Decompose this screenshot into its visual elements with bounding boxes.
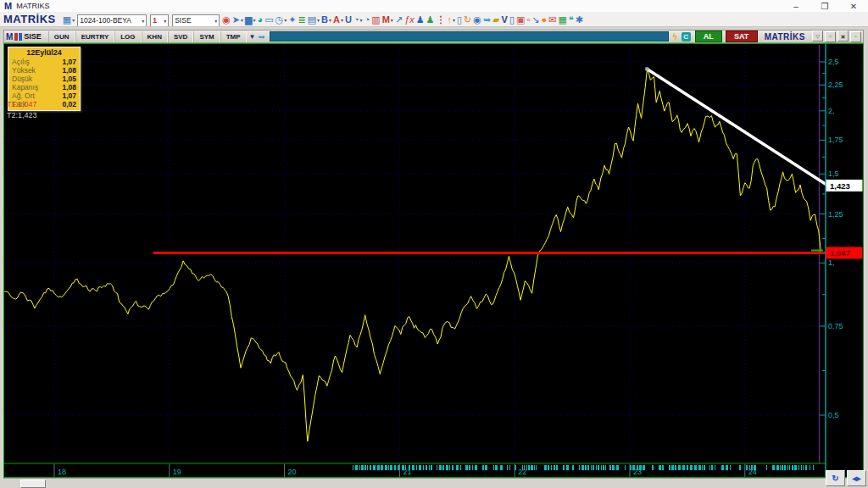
titlebar-drag-area[interactable] bbox=[270, 31, 669, 42]
symbol-select[interactable]: SISE▾ bbox=[172, 14, 220, 27]
u-menu-icon[interactable]: U bbox=[345, 15, 352, 25]
last-price-tick bbox=[811, 250, 823, 252]
chart-mini-button-2[interactable]: ▣ bbox=[837, 30, 849, 42]
matriks-wordmark: MATRİKS bbox=[3, 13, 56, 25]
info-row-aort: Ağ. Ort1,07 bbox=[8, 92, 80, 100]
scroll-arrows-button[interactable]: ◂▸ bbox=[847, 470, 866, 486]
chart-area: 2,52,252,1,751,51,251,0,750,518192021222… bbox=[3, 43, 864, 478]
draw-icon[interactable]: ↘ bbox=[531, 15, 539, 25]
traffic-light-icon[interactable]: ⋮ bbox=[436, 15, 445, 25]
folder-icon[interactable]: ▰ bbox=[492, 15, 499, 25]
chart-mini-button-0[interactable]: ▽ bbox=[812, 30, 823, 42]
chart-mini-button-1[interactable]: ○ bbox=[825, 31, 836, 42]
workspace-select[interactable]: 1024-100-BEYA▾ bbox=[77, 14, 147, 27]
chevron-down-icon[interactable]: ▼ bbox=[249, 33, 256, 41]
sell-button[interactable]: SAT bbox=[726, 30, 758, 42]
twitter-icon[interactable]: ➥ bbox=[483, 15, 491, 25]
trade-tick bbox=[364, 465, 366, 470]
users-icon[interactable]: ♟ bbox=[426, 15, 435, 25]
market-depth-icon[interactable]: ≣ bbox=[298, 15, 305, 25]
zoom-icon[interactable]: ◉ bbox=[222, 15, 231, 25]
book-icon[interactable]: ▤▾ bbox=[308, 15, 320, 25]
a-menu-icon[interactable]: A▾ bbox=[333, 15, 343, 25]
lightning-icon[interactable]: ϟ bbox=[672, 32, 676, 42]
settings-icon[interactable]: ✱ bbox=[576, 15, 583, 25]
trendline-t1-label: T1:1,047 bbox=[7, 100, 37, 108]
trade-tick bbox=[534, 465, 535, 470]
trade-tick bbox=[798, 465, 799, 470]
user-icon[interactable]: ♟ bbox=[416, 15, 425, 25]
mail-icon[interactable]: ✉ bbox=[548, 15, 556, 25]
trade-tick bbox=[367, 465, 368, 470]
buy-button[interactable]: AL bbox=[695, 30, 722, 42]
cursor-icon[interactable]: ➤▾ bbox=[232, 15, 243, 25]
chart-button-tmp[interactable]: TMP bbox=[220, 31, 247, 42]
pie-chart-icon[interactable]: ◕ bbox=[258, 15, 264, 25]
trade-tick bbox=[746, 465, 748, 470]
trend-line-t2[interactable] bbox=[647, 69, 827, 186]
chart-button-gun[interactable]: GUN bbox=[48, 31, 75, 42]
bar-chart-icon[interactable]: ▆▾ bbox=[245, 15, 255, 25]
maximize-button[interactable]: ❐ bbox=[810, 2, 839, 11]
info-row-dk: Düşük1,05 bbox=[8, 75, 80, 83]
trade-tick bbox=[412, 465, 415, 470]
chart-window-controls: ▽○▣▫ bbox=[812, 30, 863, 42]
monitor-icon[interactable]: ▭ bbox=[264, 15, 273, 25]
trendline-handle[interactable] bbox=[645, 67, 648, 70]
horizontal-scrollbar[interactable] bbox=[3, 478, 864, 488]
trade-tick bbox=[721, 465, 724, 470]
clock-icon[interactable]: ◷▾ bbox=[275, 15, 287, 25]
trade-tick bbox=[469, 465, 470, 470]
y-tick-label: 1, bbox=[828, 258, 835, 267]
corner-buttons: ↻ ◂▸ bbox=[824, 470, 866, 486]
minimize-button[interactable]: – bbox=[782, 2, 810, 11]
app-title: MATRIKS bbox=[16, 2, 49, 10]
close-button[interactable]: ✕ bbox=[839, 2, 868, 11]
window-icon[interactable]: ▣ bbox=[516, 15, 525, 25]
scrollbar-thumb[interactable] bbox=[20, 480, 46, 488]
viop-v-icon[interactable]: V bbox=[502, 15, 508, 25]
refresh-icon[interactable]: ↻ bbox=[464, 15, 471, 25]
trade-tick bbox=[601, 465, 602, 470]
document-icon[interactable]: ▯ bbox=[457, 15, 462, 25]
circle2-menu-icon[interactable]: ◔ bbox=[364, 15, 370, 25]
clipboard-icon[interactable]: ▯ bbox=[509, 15, 515, 25]
sync-button[interactable]: ↻ bbox=[826, 470, 845, 486]
chart-button-khn[interactable]: KHN bbox=[142, 31, 168, 42]
trade-tick bbox=[419, 465, 421, 470]
twitter-icon[interactable]: ➥ bbox=[259, 32, 265, 42]
export-icon[interactable]: ↑▾ bbox=[447, 15, 455, 25]
b-menu-icon[interactable]: B▾ bbox=[321, 15, 331, 25]
trade-tick bbox=[709, 465, 710, 470]
chart-button-sym[interactable]: SYM bbox=[193, 31, 220, 42]
calculator-icon[interactable]: ▦ bbox=[558, 15, 566, 25]
price-chart: 2,52,252,1,751,51,251,0,750,518192021222… bbox=[4, 44, 863, 477]
trade-tick bbox=[572, 465, 574, 470]
handshake-icon[interactable]: ✦ bbox=[288, 15, 296, 25]
save-icon[interactable]: ▦▾ bbox=[63, 15, 75, 25]
chart-button-log[interactable]: LOG bbox=[114, 31, 141, 42]
chat-icon[interactable]: ❝ bbox=[569, 15, 574, 25]
x-tick-label: 18 bbox=[58, 468, 66, 476]
search-icon[interactable]: ◉ bbox=[473, 15, 481, 25]
trade-tick bbox=[381, 465, 383, 470]
trade-tick bbox=[485, 465, 487, 470]
chart-mini-button-3[interactable]: ▫ bbox=[850, 31, 861, 42]
formula-icon[interactable]: ƒx bbox=[404, 15, 415, 25]
trade-tick bbox=[625, 465, 626, 470]
trade-tick bbox=[687, 465, 688, 470]
window-small-icon[interactable]: ▫ bbox=[526, 15, 530, 25]
circle-menu-icon[interactable]: ◔▾ bbox=[353, 15, 363, 25]
trade-tick bbox=[377, 465, 380, 470]
interval-select[interactable]: 1▾ bbox=[150, 14, 169, 27]
trade-tick bbox=[370, 465, 371, 470]
alarm-icon[interactable]: ● bbox=[542, 15, 548, 25]
line-chart-icon[interactable]: ↗ bbox=[395, 15, 403, 25]
trade-tick bbox=[616, 465, 619, 470]
c-button[interactable]: C bbox=[682, 32, 691, 42]
chart-button-eurtry[interactable]: EURTRY bbox=[75, 31, 115, 42]
matriks-m-icon[interactable]: M▾ bbox=[382, 15, 393, 25]
chart-button-svd[interactable]: SVD bbox=[168, 31, 193, 42]
viop-icon[interactable]: ▥ bbox=[371, 15, 380, 25]
trade-tick bbox=[449, 465, 450, 470]
